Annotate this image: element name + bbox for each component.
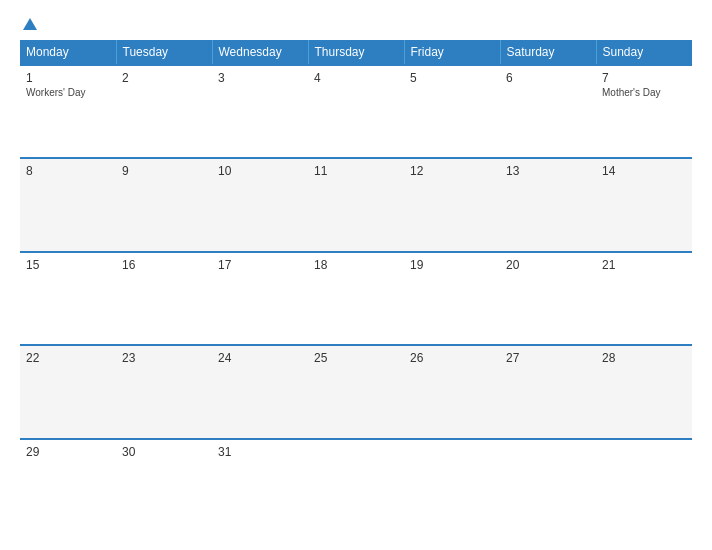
calendar-day-cell: 29 bbox=[20, 439, 116, 532]
holiday-label: Workers' Day bbox=[26, 87, 110, 99]
calendar-day-cell: 22 bbox=[20, 345, 116, 438]
calendar-day-cell: 13 bbox=[500, 158, 596, 251]
day-number: 27 bbox=[506, 351, 590, 365]
day-number: 12 bbox=[410, 164, 494, 178]
logo-triangle-icon bbox=[23, 18, 37, 30]
day-number: 25 bbox=[314, 351, 398, 365]
calendar-day-cell: 20 bbox=[500, 252, 596, 345]
calendar-day-cell bbox=[308, 439, 404, 532]
day-number: 24 bbox=[218, 351, 302, 365]
day-number: 9 bbox=[122, 164, 206, 178]
calendar-day-cell: 21 bbox=[596, 252, 692, 345]
calendar-week-row: 15161718192021 bbox=[20, 252, 692, 345]
calendar-day-cell: 18 bbox=[308, 252, 404, 345]
weekday-header-thursday: Thursday bbox=[308, 40, 404, 65]
calendar-day-cell: 31 bbox=[212, 439, 308, 532]
calendar-week-row: 293031 bbox=[20, 439, 692, 532]
calendar-day-cell: 11 bbox=[308, 158, 404, 251]
calendar-day-cell: 2 bbox=[116, 65, 212, 158]
day-number: 4 bbox=[314, 71, 398, 85]
calendar-week-row: 22232425262728 bbox=[20, 345, 692, 438]
calendar-week-row: 1Workers' Day234567Mother's Day bbox=[20, 65, 692, 158]
calendar-day-cell: 24 bbox=[212, 345, 308, 438]
calendar-day-cell: 30 bbox=[116, 439, 212, 532]
calendar-day-cell: 6 bbox=[500, 65, 596, 158]
calendar-day-cell: 1Workers' Day bbox=[20, 65, 116, 158]
calendar-week-row: 891011121314 bbox=[20, 158, 692, 251]
weekday-header-sunday: Sunday bbox=[596, 40, 692, 65]
day-number: 23 bbox=[122, 351, 206, 365]
calendar-day-cell: 12 bbox=[404, 158, 500, 251]
calendar-table: MondayTuesdayWednesdayThursdayFridaySatu… bbox=[20, 40, 692, 532]
calendar-day-cell: 28 bbox=[596, 345, 692, 438]
day-number: 7 bbox=[602, 71, 686, 85]
day-number: 6 bbox=[506, 71, 590, 85]
calendar-day-cell bbox=[500, 439, 596, 532]
day-number: 2 bbox=[122, 71, 206, 85]
calendar-day-cell: 15 bbox=[20, 252, 116, 345]
calendar-header-row: MondayTuesdayWednesdayThursdayFridaySatu… bbox=[20, 40, 692, 65]
weekday-header-saturday: Saturday bbox=[500, 40, 596, 65]
calendar-day-cell bbox=[404, 439, 500, 532]
calendar-day-cell: 9 bbox=[116, 158, 212, 251]
calendar-day-cell: 23 bbox=[116, 345, 212, 438]
calendar-day-cell bbox=[596, 439, 692, 532]
calendar-day-cell: 8 bbox=[20, 158, 116, 251]
logo-blue-text bbox=[20, 18, 37, 30]
holiday-label: Mother's Day bbox=[602, 87, 686, 99]
calendar-day-cell: 5 bbox=[404, 65, 500, 158]
calendar-day-cell: 10 bbox=[212, 158, 308, 251]
day-number: 22 bbox=[26, 351, 110, 365]
day-number: 29 bbox=[26, 445, 110, 459]
weekday-header-tuesday: Tuesday bbox=[116, 40, 212, 65]
day-number: 26 bbox=[410, 351, 494, 365]
day-number: 1 bbox=[26, 71, 110, 85]
day-number: 16 bbox=[122, 258, 206, 272]
day-number: 11 bbox=[314, 164, 398, 178]
calendar-day-cell: 14 bbox=[596, 158, 692, 251]
day-number: 8 bbox=[26, 164, 110, 178]
day-number: 28 bbox=[602, 351, 686, 365]
day-number: 30 bbox=[122, 445, 206, 459]
page-header bbox=[20, 18, 692, 30]
day-number: 14 bbox=[602, 164, 686, 178]
weekday-header-friday: Friday bbox=[404, 40, 500, 65]
day-number: 21 bbox=[602, 258, 686, 272]
calendar-day-cell: 4 bbox=[308, 65, 404, 158]
calendar-day-cell: 27 bbox=[500, 345, 596, 438]
calendar-day-cell: 16 bbox=[116, 252, 212, 345]
day-number: 20 bbox=[506, 258, 590, 272]
day-number: 18 bbox=[314, 258, 398, 272]
weekday-header-monday: Monday bbox=[20, 40, 116, 65]
calendar-day-cell: 7Mother's Day bbox=[596, 65, 692, 158]
day-number: 3 bbox=[218, 71, 302, 85]
day-number: 13 bbox=[506, 164, 590, 178]
calendar-day-cell: 25 bbox=[308, 345, 404, 438]
day-number: 10 bbox=[218, 164, 302, 178]
calendar-day-cell: 3 bbox=[212, 65, 308, 158]
day-number: 31 bbox=[218, 445, 302, 459]
logo bbox=[20, 18, 37, 30]
calendar-day-cell: 17 bbox=[212, 252, 308, 345]
day-number: 5 bbox=[410, 71, 494, 85]
day-number: 19 bbox=[410, 258, 494, 272]
calendar-day-cell: 19 bbox=[404, 252, 500, 345]
weekday-header-wednesday: Wednesday bbox=[212, 40, 308, 65]
calendar-day-cell: 26 bbox=[404, 345, 500, 438]
day-number: 15 bbox=[26, 258, 110, 272]
day-number: 17 bbox=[218, 258, 302, 272]
